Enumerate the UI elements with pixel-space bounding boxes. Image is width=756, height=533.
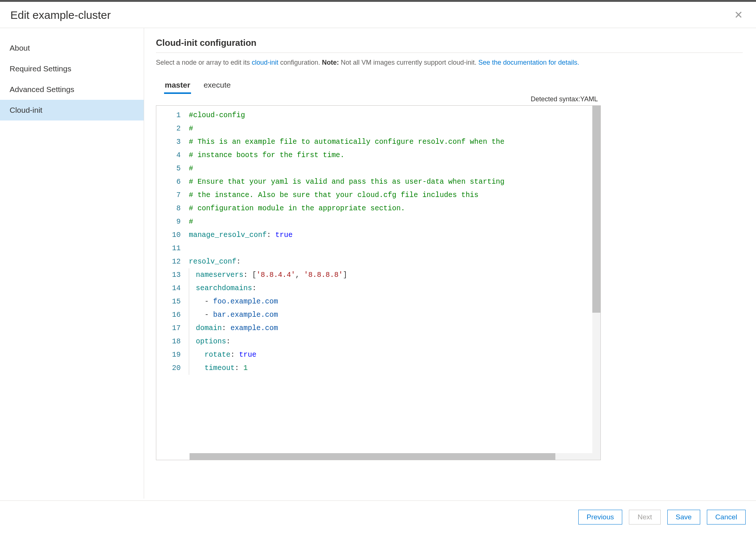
dialog-title: Edit example-cluster: [10, 9, 111, 21]
vertical-scrollbar[interactable]: [592, 106, 600, 460]
code-token: # the instance. Also be sure that your c…: [189, 191, 479, 199]
code-line[interactable]: # Ensure that your yaml is valid and pas…: [189, 175, 600, 189]
line-number: 18: [156, 335, 181, 348]
sidebar-item-about[interactable]: About: [0, 38, 144, 58]
indent-guide: [189, 335, 196, 348]
line-number: 17: [156, 322, 181, 335]
node-tabs: master execute: [156, 77, 743, 94]
cloud-init-link[interactable]: cloud-init: [252, 59, 278, 66]
indent-guide: [189, 361, 196, 375]
vertical-scrollbar-thumb[interactable]: [592, 106, 600, 313]
indent-guide: [189, 308, 196, 322]
line-number: 13: [156, 268, 181, 282]
line-number: 3: [156, 135, 181, 149]
save-button[interactable]: Save: [667, 510, 700, 524]
code-line[interactable]: # the instance. Also be sure that your c…: [189, 189, 600, 202]
cancel-button[interactable]: Cancel: [707, 510, 746, 524]
main-panel: Cloud-init configuration Select a node o…: [144, 28, 756, 499]
code-token: :: [252, 284, 256, 292]
code-token: :: [236, 258, 241, 266]
code-line[interactable]: #cloud-config: [189, 109, 600, 122]
code-token: #: [189, 164, 193, 173]
editor-code-area[interactable]: #cloud-config## This is an example file …: [189, 106, 600, 460]
desc-text-mid1: configuration.: [278, 59, 322, 66]
code-token: :: [226, 337, 231, 346]
code-token: true: [275, 231, 293, 239]
code-token: # configuration module in the appropriat…: [189, 204, 405, 213]
code-token: domain: [196, 324, 222, 332]
line-number: 16: [156, 308, 181, 322]
indent-guide: [189, 282, 196, 295]
line-number: 9: [156, 215, 181, 228]
tab-master[interactable]: master: [165, 77, 190, 94]
sidebar-item-required-settings[interactable]: Required Settings: [0, 58, 144, 79]
previous-button[interactable]: Previous: [578, 510, 623, 524]
code-token: ]: [343, 271, 347, 279]
code-token: -: [196, 311, 213, 319]
code-line[interactable]: # This is an example file to automatical…: [189, 135, 600, 149]
code-line[interactable]: resolv_conf:: [189, 255, 600, 268]
code-line[interactable]: #: [189, 122, 600, 135]
code-token: true: [239, 351, 256, 359]
editor-syntax-indicator: Detected syntax: YAML: [156, 94, 601, 105]
line-number: 4: [156, 149, 181, 162]
code-token: # This is an example file to automatical…: [189, 138, 504, 146]
line-number: 8: [156, 202, 181, 215]
indent-guide: [189, 322, 196, 335]
code-editor[interactable]: 1234567891011121314151617181920 #cloud-c…: [156, 105, 601, 460]
code-line[interactable]: - foo.example.com: [189, 295, 600, 308]
code-line[interactable]: rotate: true: [189, 348, 600, 361]
documentation-link[interactable]: See the documentation for details.: [478, 59, 579, 66]
dialog-body: About Required Settings Advanced Setting…: [0, 28, 756, 499]
code-token: # Ensure that your yaml is valid and pas…: [189, 178, 504, 186]
code-token: manage_resolv_conf: [189, 231, 267, 239]
editor-gutter: 1234567891011121314151617181920: [156, 106, 189, 460]
code-token: options: [196, 337, 226, 346]
code-line[interactable]: #: [189, 215, 600, 228]
code-line[interactable]: manage_resolv_conf: true: [189, 228, 600, 242]
sidebar-item-advanced-settings[interactable]: Advanced Settings: [0, 79, 144, 100]
code-token: timeout: [196, 364, 235, 372]
code-line[interactable]: - bar.example.com: [189, 308, 600, 322]
next-button: Next: [629, 510, 660, 524]
horizontal-scrollbar-thumb[interactable]: [190, 453, 555, 460]
line-number: 2: [156, 122, 181, 135]
code-token: :: [231, 351, 239, 359]
line-number: 1: [156, 109, 181, 122]
line-number: 20: [156, 361, 181, 375]
code-line[interactable]: domain: example.com: [189, 322, 600, 335]
close-icon[interactable]: ✕: [731, 9, 746, 22]
code-token: #: [189, 218, 193, 226]
syntax-label: Detected syntax:: [531, 95, 580, 103]
syntax-value: YAML: [580, 95, 598, 103]
line-number: 10: [156, 228, 181, 242]
code-line[interactable]: options:: [189, 335, 600, 348]
code-line[interactable]: [189, 242, 600, 255]
code-line[interactable]: #: [189, 162, 600, 175]
tab-execute[interactable]: execute: [204, 77, 231, 94]
code-line[interactable]: # instance boots for the first time.: [189, 149, 600, 162]
line-number: 12: [156, 255, 181, 268]
code-line[interactable]: nameservers: ['8.8.4.4', '8.8.8.8']: [189, 268, 600, 282]
sidebar: About Required Settings Advanced Setting…: [0, 28, 144, 499]
code-line[interactable]: # configuration module in the appropriat…: [189, 202, 600, 215]
code-token: #cloud-config: [189, 111, 245, 119]
code-line[interactable]: searchdomains:: [189, 282, 600, 295]
line-number: 7: [156, 189, 181, 202]
horizontal-scrollbar[interactable]: [190, 453, 592, 460]
indent-guide: [189, 268, 196, 282]
code-token: :: [235, 364, 243, 372]
code-token: : [: [244, 271, 256, 279]
code-token: -: [196, 298, 213, 306]
note-label: Note:: [322, 59, 339, 66]
sidebar-item-cloud-init[interactable]: Cloud-init: [0, 100, 144, 120]
line-number: 19: [156, 348, 181, 361]
code-line[interactable]: timeout: 1: [189, 361, 600, 375]
code-token: resolv_conf: [189, 258, 236, 266]
code-token: 1: [244, 364, 248, 372]
dialog-footer: Previous Next Save Cancel: [0, 500, 756, 533]
indent-guide: [189, 348, 196, 361]
code-token: example.com: [231, 324, 278, 332]
line-number: 14: [156, 282, 181, 295]
desc-note-text: Not all VM images currently support clou…: [339, 59, 478, 66]
